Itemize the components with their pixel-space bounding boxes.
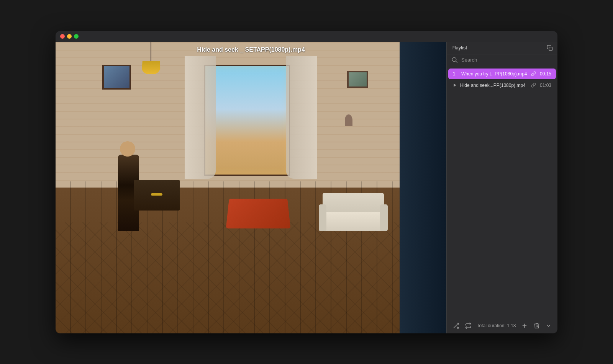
copy-button[interactable] (547, 45, 553, 51)
floor (56, 222, 446, 333)
link-icon (531, 71, 536, 76)
sofa (323, 193, 384, 231)
title-bar (56, 31, 557, 42)
item-title: Hide and seek...PP(1080p).mp4 (460, 83, 528, 88)
minimize-button[interactable] (67, 34, 72, 39)
curtain-right (286, 56, 318, 179)
item-title: When you try t...PP(1080p).mp4 (461, 71, 528, 77)
delete-button[interactable] (532, 321, 541, 330)
dresser (134, 180, 180, 211)
playlist-title: Playlist (451, 45, 467, 51)
sofa-seat (323, 212, 384, 231)
playlist-header: Playlist (447, 42, 557, 54)
search-icon (451, 57, 458, 64)
lamp-cord (151, 42, 151, 61)
dark-curtain (400, 42, 446, 333)
curtain-left (185, 56, 216, 179)
repeat-icon (465, 322, 472, 329)
item-duration: 00:15 (539, 71, 551, 77)
total-duration: Total duration: 1:18 (476, 323, 517, 328)
add-icon (521, 322, 528, 329)
svg-point-7 (452, 57, 456, 62)
svg-rect-6 (549, 47, 552, 51)
chevron-down-icon (546, 323, 552, 329)
playlist-footer: Total duration: 1:18 (447, 318, 557, 333)
svg-marker-9 (454, 83, 456, 87)
sofa-arm-right (380, 204, 388, 231)
scroll-down-button[interactable] (544, 322, 553, 330)
playlist-panel: Playlist 1 (446, 42, 557, 333)
room-window (204, 65, 290, 176)
lamp-shade (141, 61, 161, 74)
list-item[interactable]: Hide and seek...PP(1080p).mp4 01:03 (448, 80, 556, 91)
wall-sconce (345, 114, 352, 126)
picture-frame-left (102, 65, 131, 90)
traffic-lights (60, 34, 79, 39)
shuffle-button[interactable] (451, 321, 461, 330)
video-scene: Hide and seek _ SETAPP(1080p).mp4 (56, 42, 446, 333)
picture-inner-right (349, 72, 367, 87)
media-player-window: Hide and seek _ SETAPP(1080p).mp4 0:06 (56, 31, 557, 333)
picture-frame-right (347, 71, 368, 88)
dresser-handle (151, 193, 162, 196)
search-input[interactable] (461, 57, 553, 63)
video-title: Hide and seek _ SETAPP(1080p).mp4 (197, 46, 305, 53)
list-item[interactable]: 1 When you try t...PP(1080p).mp4 00:15 (448, 69, 556, 79)
main-content: Hide and seek _ SETAPP(1080p).mp4 0:06 (56, 42, 557, 333)
sofa-arm-left (319, 204, 326, 231)
shuffle-icon (452, 322, 459, 329)
repeat-button[interactable] (464, 321, 473, 330)
playlist-items: 1 When you try t...PP(1080p).mp4 00:15 H… (447, 66, 557, 318)
svg-line-8 (456, 61, 457, 63)
lamp (141, 42, 161, 74)
item-number: 1 (453, 71, 458, 77)
video-area: Hide and seek _ SETAPP(1080p).mp4 0:06 (56, 42, 446, 333)
maximize-button[interactable] (74, 34, 79, 39)
link-icon (531, 83, 536, 88)
rug (226, 199, 290, 228)
item-duration: 01:03 (539, 83, 551, 88)
picture-inner-left (104, 66, 129, 88)
delete-icon (533, 322, 540, 329)
close-button[interactable] (60, 34, 65, 39)
play-icon (453, 83, 457, 87)
search-row (447, 54, 557, 66)
copy-icon (547, 45, 553, 51)
add-button[interactable] (520, 321, 529, 330)
